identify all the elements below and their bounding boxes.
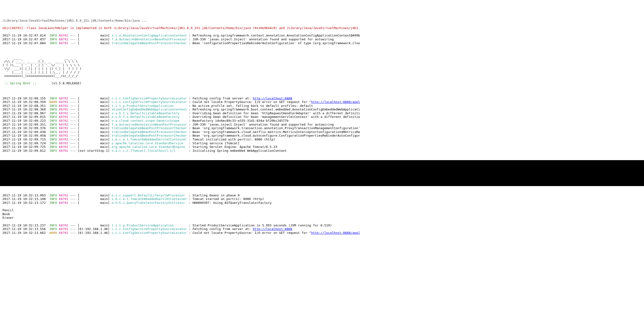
spring-boot-label: :: Spring Boot ::	[2, 81, 36, 85]
log-logger: c.c.c.ConfigServicePropertySourceLocator	[112, 231, 187, 235]
log-line: 2017-11-19 10:32:09.715 INFO 68702 --- […	[2, 138, 644, 142]
log-timestamp: 2017-11-19 10:32:13.172	[2, 201, 46, 205]
log-thread: [ main]	[78, 100, 110, 104]
black-redaction-block	[0, 160, 644, 186]
log-thread: [ main]	[78, 197, 110, 201]
log-pid: 68702	[59, 111, 68, 115]
log-pid: 68702	[59, 142, 68, 145]
url-link[interactable]: http://localhost:8888/appl	[311, 100, 360, 104]
log-line: 2017-11-19 10:32:08.967 INFO 68702 --- […	[2, 111, 644, 115]
log-thread: [ main]	[78, 111, 110, 115]
log-level: WARN	[50, 231, 57, 235]
url-link[interactable]: http://localhost:8888	[253, 97, 292, 100]
log-line: 2017-11-19 10:32:07.614 INFO 68702 --- […	[2, 34, 644, 37]
stdout-output: PencilBookEraser	[2, 208, 644, 220]
log-thread: [ main]	[78, 138, 110, 142]
log-logger: trationDelegate$BeanPostProcessorChecker	[112, 126, 187, 130]
log-timestamp: 2017-11-19 10:32:08.360	[2, 108, 46, 111]
log-level: INFO	[50, 149, 57, 153]
log-timestamp: 2017-11-19 10:32:07.614	[2, 34, 46, 37]
post-block-logs-2: 2017-11-19 10:32:13.237 INFO 68702 --- […	[2, 223, 644, 235]
log-logger: o.s.b.f.s.DefaultListableBeanFactory	[112, 111, 187, 115]
log-thread: [ main]	[78, 134, 110, 138]
log-thread: [ main]	[78, 37, 110, 41]
log-pid: 68702	[59, 130, 68, 134]
log-line: 2017-11-19 10:32:13.237 INFO 68702 --- […	[2, 223, 644, 227]
console-output-continued[interactable]: 2017-11-19 10:32:13.003 INFO 68702 --- […	[0, 190, 644, 242]
log-logger: t.i.t.p.ProductServiceApplication	[112, 223, 187, 227]
log-timestamp: 2017-11-19 10:32:13.003	[2, 193, 46, 197]
console-output[interactable]: /Library/Java/JavaVirtualMachines/jdk1.8…	[0, 15, 644, 156]
log-logger: s.b.c.e.t.TomcatEmbeddedServletContainer	[112, 197, 187, 201]
log-level: INFO	[50, 108, 57, 111]
log-timestamp: 2017-11-19 10:32:09.715	[2, 138, 46, 142]
log-logger: c.c.c.ConfigServicePropertySourceLocator	[112, 227, 187, 231]
log-timestamp: 2017-11-19 10:32:08.350	[2, 100, 46, 104]
log-level: INFO	[50, 97, 57, 100]
log-line: 2017-11-19 10:32:07.837 INFO 68702 --- […	[2, 37, 644, 41]
stdout-line: Eraser	[2, 216, 644, 220]
main-logs: 2017-11-19 10:32:08.155 INFO 68702 --- […	[2, 97, 644, 153]
pre-banner-logs: 2017-11-19 10:32:07.614 INFO 68702 --- […	[2, 34, 644, 45]
blank-line	[2, 89, 644, 93]
log-level: WARN	[50, 100, 57, 104]
log-line: 2017-11-19 10:32:09.458 INFO 68702 --- […	[2, 134, 644, 138]
log-line: 2017-11-19 10:32:09.223 INFO 68702 --- […	[2, 119, 644, 123]
log-pid: 68702	[59, 37, 68, 41]
log-level: INFO	[50, 115, 57, 119]
log-thread: [ main]	[78, 201, 110, 205]
log-level: INFO	[50, 197, 57, 201]
log-level: INFO	[50, 130, 57, 134]
log-level: INFO	[50, 41, 57, 45]
log-thread: [ main]	[78, 97, 110, 100]
log-timestamp: 2017-11-19 10:32:09.725	[2, 145, 46, 149]
log-logger: s.c.a.AnnotationConfigApplicationContext	[112, 34, 187, 37]
log-timestamp: 2017-11-19 10:32:09.724	[2, 142, 46, 145]
log-pid: 68702	[59, 100, 68, 104]
log-logger: o.s.cloud.context.scope.GenericScope	[112, 119, 187, 123]
log-thread: [6)-192.168.1.46]	[78, 227, 110, 231]
log-line: 2017-11-19 10:32:09.438 INFO 68702 --- […	[2, 130, 644, 134]
log-logger: o.a.c.c.C.[Tomcat].[localhost].[/]	[112, 149, 187, 153]
log-level: INFO	[50, 227, 57, 231]
log-thread: [ main]	[78, 145, 110, 149]
log-thread: [ main]	[78, 130, 110, 134]
log-pid: 68702	[59, 138, 68, 142]
log-level: INFO	[50, 223, 57, 227]
log-pid: 68702	[59, 134, 68, 138]
log-thread: [ main]	[78, 126, 110, 130]
log-timestamp: 2017-11-19 10:32:09.812	[2, 149, 46, 153]
log-thread: [ost-startStop-1]	[78, 149, 110, 153]
log-logger: s.b.c.e.t.TomcatEmbeddedServletContainer	[112, 138, 187, 142]
log-level: INFO	[50, 37, 57, 41]
log-thread: [ main]	[78, 119, 110, 123]
log-pid: 68702	[59, 223, 68, 227]
log-timestamp: 2017-11-19 10:32:09.376	[2, 126, 46, 130]
log-thread: [6)-192.168.1.46]	[78, 231, 110, 235]
log-timestamp: 2017-11-19 10:32:08.967	[2, 111, 46, 115]
log-level: INFO	[50, 34, 57, 37]
log-thread: [ main]	[78, 123, 110, 127]
log-timestamp: 2017-11-19 10:32:07.884	[2, 41, 46, 45]
log-line: 2017-11-19 10:32:09.251 INFO 68702 --- […	[2, 123, 644, 127]
log-logger: o.s.b.f.s.DefaultListableBeanFactory	[112, 115, 187, 119]
log-timestamp: 2017-11-19 10:32:09.015	[2, 115, 46, 119]
log-pid: 68702	[59, 231, 68, 235]
spring-version: (v1.5.8.RELEASE)	[36, 81, 82, 85]
log-line: 2017-11-19 10:32:13.662 WARN 68702 --- […	[2, 231, 644, 235]
log-pid: 68702	[59, 115, 68, 119]
objc-warning: objc[68702]: Class JavaLaunchHelper is i…	[2, 26, 644, 30]
log-line: 2017-11-19 10:32:13.108 INFO 68702 --- […	[2, 197, 644, 201]
url-link[interactable]: http://localhost:8888/appl	[311, 231, 360, 235]
log-logger: c.c.c.ConfigServicePropertySourceLocator	[112, 97, 187, 100]
url-link[interactable]: http://localhost:8888	[253, 227, 292, 231]
log-line: 2017-11-19 10:32:08.155 INFO 68702 --- […	[2, 97, 644, 100]
log-thread: [ main]	[78, 193, 110, 197]
log-logger: t.i.t.p.ProductServiceApplication	[112, 104, 187, 108]
stdout-line: Book	[2, 212, 644, 216]
log-timestamp: 2017-11-19 10:32:09.438	[2, 130, 46, 134]
log-timestamp: 2017-11-19 10:32:09.223	[2, 119, 46, 123]
log-logger: trationDelegate$BeanPostProcessorChecker	[112, 41, 187, 45]
log-pid: 68702	[59, 145, 68, 149]
log-pid: 68702	[59, 201, 68, 205]
